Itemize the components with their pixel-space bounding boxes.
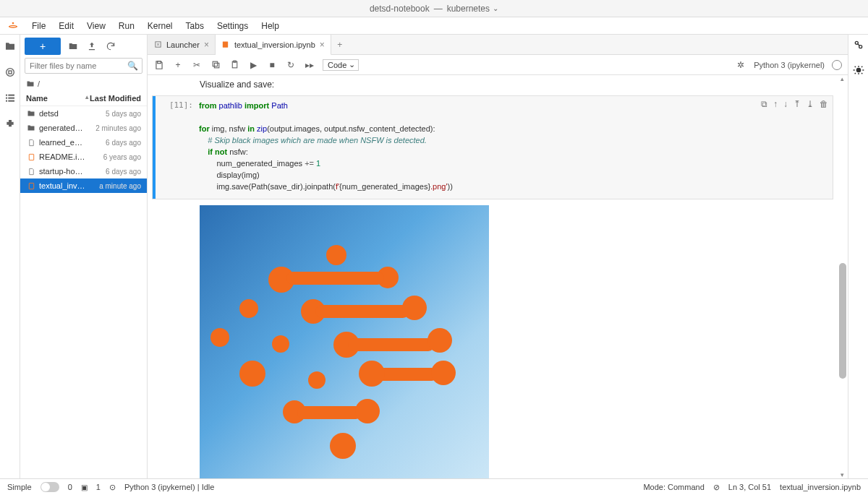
file-name: learned_e… xyxy=(39,138,106,147)
delete-icon[interactable]: 🗑 xyxy=(820,99,828,109)
scroll-up-icon[interactable]: ▴ xyxy=(838,75,846,82)
svg-rect-7 xyxy=(6,100,7,102)
move-up-icon[interactable]: ↑ xyxy=(773,99,778,109)
copy-icon[interactable] xyxy=(210,59,221,71)
add-cell-icon[interactable]: + xyxy=(172,59,184,71)
tab-add-button[interactable]: + xyxy=(331,35,349,54)
tab-notebook[interactable]: textual_inversion.ipynb × xyxy=(216,35,331,55)
svg-rect-15 xyxy=(213,61,218,66)
kernels-count[interactable]: 1 xyxy=(96,483,101,491)
file-browser: + 🔍 / Name▲ Last Modified detsd5 days ag… xyxy=(20,35,148,478)
simple-toggle[interactable] xyxy=(41,482,59,492)
notification-icon[interactable]: ⊘ xyxy=(713,483,720,492)
bug-icon[interactable]: ✲ xyxy=(735,59,746,71)
kernel-status-text[interactable]: Python 3 (ipykernel) | Idle xyxy=(124,483,215,491)
jupyter-logo-icon[interactable] xyxy=(6,19,20,33)
notebook-icon xyxy=(26,152,36,162)
chevron-down-icon[interactable]: ⌄ xyxy=(493,4,498,12)
svg-point-0 xyxy=(12,22,14,24)
kernel-status-icon[interactable] xyxy=(832,60,842,70)
file-row[interactable]: startup-ho…6 days ago xyxy=(20,164,147,178)
cell-prompt: [11]: xyxy=(156,96,199,199)
tab-label: Launcher xyxy=(166,40,200,49)
breadcrumb-root: / xyxy=(38,79,40,88)
new-folder-icon[interactable] xyxy=(67,40,80,53)
kernel-name[interactable]: Python 3 (ipykernel) xyxy=(754,61,825,69)
new-launcher-button[interactable]: + xyxy=(25,38,61,55)
stop-icon[interactable]: ■ xyxy=(266,59,278,71)
project-name: detsd-notebook xyxy=(370,4,430,14)
activity-bar-right xyxy=(848,35,868,478)
folder-icon[interactable] xyxy=(3,39,17,53)
menu-kernel[interactable]: Kernel xyxy=(142,19,179,33)
notebook-toolbar: + ✂ ▶ ■ ↻ ▸▸ Code ✲ Python 3 (ipykernel) xyxy=(148,55,848,75)
menubar: File Edit View Run Kernel Tabs Settings … xyxy=(0,17,868,35)
folder-icon xyxy=(26,79,35,88)
tab-bar: Launcher × textual_inversion.ipynb × + xyxy=(148,35,848,55)
upload-icon[interactable] xyxy=(85,40,98,53)
code-cell[interactable]: [11]: from pathlib import Path for img, … xyxy=(152,95,833,199)
svg-rect-4 xyxy=(8,95,14,96)
file-list: detsd5 days agogenerated…2 minutes agole… xyxy=(20,106,147,478)
menu-settings[interactable]: Settings xyxy=(211,19,254,33)
menu-file[interactable]: File xyxy=(26,19,51,33)
menu-help[interactable]: Help xyxy=(255,19,285,33)
save-icon[interactable] xyxy=(153,59,165,71)
file-row[interactable]: learned_e…6 days ago xyxy=(20,135,147,150)
cell-type-select[interactable]: Code xyxy=(323,59,359,71)
vertical-scrollbar[interactable]: ▴ ▾ xyxy=(838,75,848,478)
breadcrumb[interactable]: / xyxy=(20,77,147,91)
mode-text[interactable]: Mode: Command xyxy=(643,483,704,491)
debug-icon[interactable] xyxy=(853,64,864,78)
file-name: generated… xyxy=(39,124,95,132)
insert-below-icon[interactable]: ⤓ xyxy=(807,99,814,109)
file-time: a minute ago xyxy=(99,182,141,190)
svg-rect-8 xyxy=(8,100,14,102)
svg-rect-5 xyxy=(6,98,7,99)
svg-rect-14 xyxy=(214,63,219,68)
file-row[interactable]: generated…2 minutes ago xyxy=(20,121,147,135)
svg-rect-10 xyxy=(29,183,33,189)
status-file-name[interactable]: textual_inversion.ipynb xyxy=(780,483,861,491)
refresh-icon[interactable] xyxy=(104,40,117,53)
duplicate-icon[interactable]: ⧉ xyxy=(761,99,767,109)
toc-icon[interactable] xyxy=(3,91,17,106)
image-output xyxy=(200,205,489,479)
running-icon[interactable] xyxy=(3,65,17,79)
cut-icon[interactable]: ✂ xyxy=(191,59,203,71)
close-icon[interactable]: × xyxy=(204,40,209,50)
notebook-body[interactable]: Visualize and save: [11]: from pathlib i… xyxy=(148,75,848,478)
kernel-sessions-icon[interactable]: ⊙ xyxy=(109,483,116,492)
svg-rect-3 xyxy=(6,95,7,96)
menu-tabs[interactable]: Tabs xyxy=(180,19,210,33)
filter-files-input[interactable] xyxy=(25,58,142,74)
run-icon[interactable]: ▶ xyxy=(247,59,259,71)
property-inspector-icon[interactable] xyxy=(853,39,864,53)
menu-view[interactable]: View xyxy=(81,19,111,33)
cursor-position[interactable]: Ln 3, Col 51 xyxy=(728,483,771,491)
file-row[interactable]: detsd5 days ago xyxy=(20,106,147,121)
scroll-down-icon[interactable]: ▾ xyxy=(838,471,846,478)
file-row[interactable]: README.i…6 years ago xyxy=(20,150,147,164)
search-icon[interactable]: 🔍 xyxy=(127,61,138,71)
insert-above-icon[interactable]: ⤒ xyxy=(793,99,801,109)
scrollbar-thumb[interactable] xyxy=(839,263,846,379)
fast-forward-icon[interactable]: ▸▸ xyxy=(304,59,315,71)
file-list-header[interactable]: Name▲ Last Modified xyxy=(20,91,147,106)
file-name: textual_inv… xyxy=(39,181,99,190)
terminals-count[interactable]: 0 xyxy=(68,483,72,491)
menu-edit[interactable]: Edit xyxy=(53,19,80,33)
menu-run[interactable]: Run xyxy=(113,19,140,33)
window-titlebar: detsd-notebook — kubernetes ⌄ xyxy=(0,0,868,17)
svg-rect-2 xyxy=(9,71,12,74)
title-separator: — xyxy=(434,4,443,14)
restart-icon[interactable]: ↻ xyxy=(285,59,297,71)
file-row[interactable]: textual_inv…a minute ago xyxy=(20,178,147,193)
extensions-icon[interactable] xyxy=(3,117,17,132)
close-icon[interactable]: × xyxy=(320,40,325,50)
code-source[interactable]: from pathlib import Path for img, nsfw i… xyxy=(199,100,828,193)
move-down-icon[interactable]: ↓ xyxy=(783,99,788,109)
tab-launcher[interactable]: Launcher × xyxy=(148,35,216,54)
paste-icon[interactable] xyxy=(229,59,240,71)
terminal-icon[interactable]: ▣ xyxy=(81,483,88,491)
